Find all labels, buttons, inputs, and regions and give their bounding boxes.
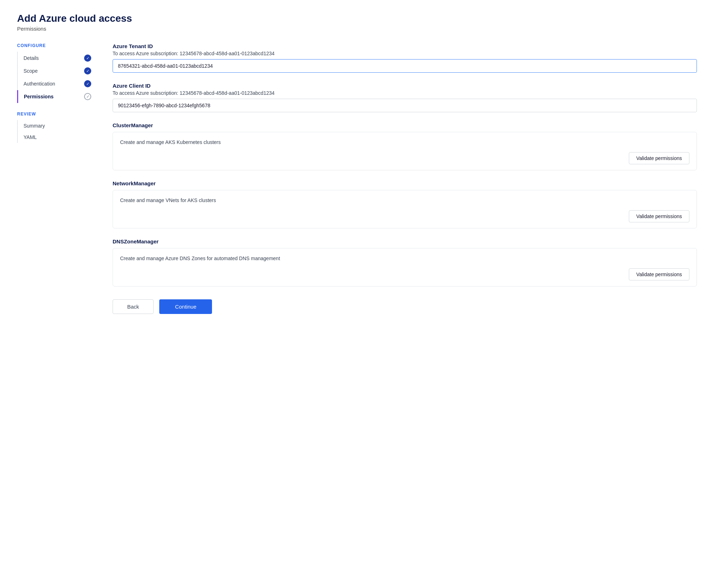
tenant-id-field-group: Azure Tenant ID To access Azure subscrip… xyxy=(113,43,697,73)
main-content: Azure Tenant ID To access Azure subscrip… xyxy=(113,43,697,314)
check-complete-icon: ✓ xyxy=(84,67,91,74)
dns-zone-manager-section: DNSZoneManager Create and manage Azure D… xyxy=(113,238,697,287)
tenant-id-label: Azure Tenant ID xyxy=(113,43,697,49)
page-subtitle: Permissions xyxy=(17,26,697,32)
dns-zone-manager-desc: Create and manage Azure DNS Zones for au… xyxy=(120,256,689,261)
sidebar-item-scope-label: Scope xyxy=(24,68,38,74)
dns-zone-manager-validate-button[interactable]: Validate permissions xyxy=(629,268,689,280)
network-manager-desc: Create and manage VNets for AKS clusters xyxy=(120,197,689,203)
sidebar-item-summary[interactable]: Summary xyxy=(18,120,95,131)
network-manager-validate-button[interactable]: Validate permissions xyxy=(629,210,689,222)
cluster-manager-footer: Validate permissions xyxy=(120,152,689,164)
client-id-label: Azure Client ID xyxy=(113,83,697,89)
sidebar-configure-group: Details ✓ Scope ✓ Authentication ✓ Permi… xyxy=(17,52,95,103)
sidebar-review-label: REVIEW xyxy=(17,112,95,117)
actions-row: Back Continue xyxy=(113,299,697,314)
dns-zone-manager-box: Create and manage Azure DNS Zones for au… xyxy=(113,248,697,287)
tenant-id-description: To access Azure subscription: 12345678-a… xyxy=(113,51,697,56)
check-complete-icon: ✓ xyxy=(84,55,91,62)
sidebar-item-scope[interactable]: Scope ✓ xyxy=(18,65,95,77)
tenant-id-input[interactable] xyxy=(113,59,697,73)
sidebar-item-permissions-label: Permissions xyxy=(24,94,53,99)
back-button[interactable]: Back xyxy=(113,299,154,314)
cluster-manager-box: Create and manage AKS Kubernetes cluster… xyxy=(113,132,697,170)
sidebar: CONFIGURE Details ✓ Scope ✓ Authenticati… xyxy=(17,43,95,314)
network-manager-section: NetworkManager Create and manage VNets f… xyxy=(113,180,697,228)
sidebar-item-authentication-label: Authentication xyxy=(24,81,55,87)
client-id-input[interactable] xyxy=(113,99,697,112)
cluster-manager-desc: Create and manage AKS Kubernetes cluster… xyxy=(120,139,689,145)
page-title: Add Azure cloud access xyxy=(17,13,697,24)
client-id-field-group: Azure Client ID To access Azure subscrip… xyxy=(113,83,697,112)
check-outline-icon: ✓ xyxy=(84,93,91,100)
cluster-manager-section: ClusterManager Create and manage AKS Kub… xyxy=(113,122,697,170)
continue-button[interactable]: Continue xyxy=(159,299,212,314)
sidebar-item-yaml[interactable]: YAML xyxy=(18,131,95,143)
dns-zone-manager-title: DNSZoneManager xyxy=(113,238,697,244)
sidebar-review-group: Summary YAML xyxy=(17,120,95,143)
sidebar-item-summary-label: Summary xyxy=(24,123,45,129)
check-complete-icon: ✓ xyxy=(84,80,91,87)
sidebar-item-authentication[interactable]: Authentication ✓ xyxy=(18,77,95,90)
sidebar-item-yaml-label: YAML xyxy=(24,134,37,140)
network-manager-footer: Validate permissions xyxy=(120,210,689,222)
network-manager-title: NetworkManager xyxy=(113,180,697,186)
sidebar-item-details-label: Details xyxy=(24,55,39,61)
cluster-manager-validate-button[interactable]: Validate permissions xyxy=(629,152,689,164)
sidebar-item-permissions[interactable]: Permissions ✓ xyxy=(17,90,95,103)
network-manager-box: Create and manage VNets for AKS clusters… xyxy=(113,190,697,228)
client-id-description: To access Azure subscription: 12345678-a… xyxy=(113,90,697,96)
sidebar-item-details[interactable]: Details ✓ xyxy=(18,52,95,65)
sidebar-configure-label: CONFIGURE xyxy=(17,43,95,48)
dns-zone-manager-footer: Validate permissions xyxy=(120,268,689,280)
cluster-manager-title: ClusterManager xyxy=(113,122,697,128)
